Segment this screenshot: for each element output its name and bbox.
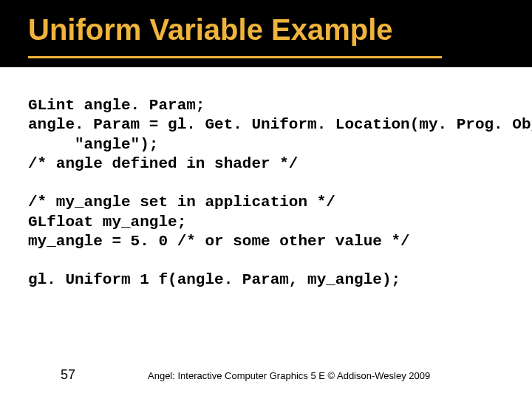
footer-text: Angel: Interactive Computer Graphics 5 E… — [148, 370, 430, 381]
slide-title: Uniform Variable Example — [28, 13, 532, 47]
title-bar: Uniform Variable Example — [0, 0, 532, 67]
code-block: GLint angle. Param; angle. Param = gl. G… — [28, 96, 508, 290]
title-underline — [28, 56, 442, 58]
page-number: 57 — [61, 367, 75, 383]
slide: Uniform Variable Example GLint angle. Pa… — [0, 0, 532, 399]
